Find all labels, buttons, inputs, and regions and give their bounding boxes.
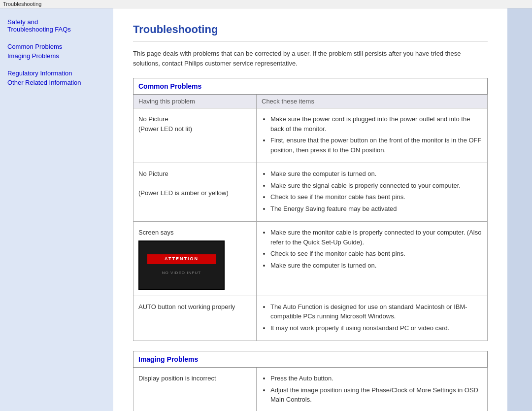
common-problems-header-row: Common Problems	[133, 78, 488, 95]
check-cell: Make sure the power cord is plugged into…	[257, 108, 488, 163]
browser-title: Troubleshooting	[3, 1, 41, 7]
list-item: First, ensure that the power button on t…	[270, 136, 482, 155]
sidebar-item-imaging-problems[interactable]: Imaging Problems	[7, 52, 106, 60]
common-problems-header: Common Problems	[133, 78, 488, 95]
check-cell: Press the Auto button. Adjust the image …	[257, 368, 488, 411]
imaging-problems-header: Imaging Problems	[133, 351, 488, 368]
problem-text: Display position is incorrect	[138, 375, 216, 382]
problem-text: AUTO button not working properly	[138, 303, 235, 310]
sidebar-item-safety-faq[interactable]: Safety andTroubleshooting FAQs	[7, 18, 106, 33]
list-item: Make sure the signal cable is properly c…	[270, 181, 482, 191]
check-list: Make sure the monitor cable is properly …	[270, 228, 482, 270]
page-title: Troubleshooting	[133, 23, 488, 36]
problem-text: No Picture(Power LED not lit)	[138, 115, 192, 133]
attention-bar: ATTENTION	[147, 254, 216, 264]
table-row: AUTO button not working properly The Aut…	[133, 296, 488, 341]
sidebar-item-regulatory[interactable]: Regulatory Information	[7, 69, 106, 77]
right-panel	[507, 8, 532, 411]
list-item: Adjust the image position using the Phas…	[270, 385, 482, 405]
check-cell: Make sure the computer is turned on. Mak…	[257, 163, 488, 222]
list-item: It may not work properly if using nonsta…	[270, 323, 482, 333]
check-cell: The Auto Function is designed for use on…	[257, 296, 488, 341]
list-item: Check to see if the monitor cable has be…	[270, 192, 482, 202]
list-item: The Energy Saving feature may be activat…	[270, 204, 482, 214]
intro-text: This page deals with problems that can b…	[133, 49, 488, 68]
list-item: Make sure the monitor cable is properly …	[270, 228, 482, 247]
attention-text: ATTENTION	[165, 256, 199, 263]
list-item: The Auto Function is designed for use on…	[270, 302, 482, 321]
main-content: Troubleshooting This page deals with pro…	[113, 8, 507, 411]
problem-cell: No Picture(Power LED is amber or yellow)	[133, 163, 257, 222]
common-problems-table: Common Problems Having this problem Chec…	[133, 78, 488, 341]
imaging-problems-header-row: Imaging Problems	[133, 351, 488, 368]
imaging-problems-table: Imaging Problems Display position is inc…	[133, 351, 488, 411]
sidebar-item-other-info[interactable]: Other Related Information	[7, 79, 106, 86]
list-item: Make sure the computer is turned on.	[270, 261, 482, 271]
problem-cell: AUTO button not working properly	[133, 296, 257, 341]
no-video-text: NO VIDEO INPUT	[162, 270, 201, 276]
problem-text: No Picture(Power LED is amber or yellow)	[138, 170, 229, 197]
list-item: Press the Auto button.	[270, 374, 482, 383]
sidebar: Safety andTroubleshooting FAQs Common Pr…	[0, 8, 113, 411]
check-list: The Auto Function is designed for use on…	[270, 302, 482, 333]
column-check: Check these items	[257, 95, 488, 108]
problem-cell: No Picture(Power LED not lit)	[133, 108, 257, 163]
column-having: Having this problem	[133, 95, 257, 108]
list-item: Check to see if the monitor cable has be…	[270, 249, 482, 259]
problem-cell: Display position is incorrect	[133, 368, 257, 411]
table-row: Display position is incorrect Press the …	[133, 368, 488, 411]
column-headers-row: Having this problem Check these items	[133, 95, 488, 108]
check-list: Make sure the power cord is plugged into…	[270, 114, 482, 155]
list-item: Make sure the power cord is plugged into…	[270, 114, 482, 134]
no-video-display: ATTENTION NO VIDEO INPUT	[138, 240, 225, 290]
table-row: Screen says ATTENTION NO VIDEO INPUT Mak…	[133, 222, 488, 296]
check-list: Press the Auto button. Adjust the image …	[270, 374, 482, 405]
sidebar-item-common-problems[interactable]: Common Problems	[7, 43, 106, 50]
table-row: No Picture(Power LED not lit) Make sure …	[133, 108, 488, 163]
list-item: Make sure the computer is turned on.	[270, 169, 482, 179]
check-cell: Make sure the monitor cable is properly …	[257, 222, 488, 296]
table-row: No Picture(Power LED is amber or yellow)…	[133, 163, 488, 222]
problem-text: Screen says	[138, 229, 174, 236]
check-list: Make sure the computer is turned on. Mak…	[270, 169, 482, 213]
problem-cell: Screen says ATTENTION NO VIDEO INPUT	[133, 222, 257, 296]
